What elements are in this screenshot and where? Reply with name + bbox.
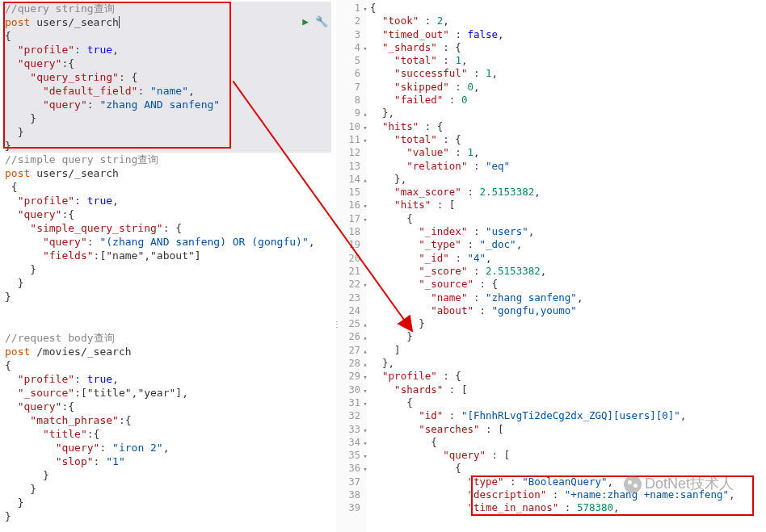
request-code[interactable]: //query string查询 post users/_search { "p… xyxy=(5,2,331,532)
wrench-icon[interactable]: 🔧 xyxy=(315,15,328,28)
request-editor-pane[interactable]: ▶ 🔧 //query string查询 post users/_search … xyxy=(0,0,336,532)
line-gutter: 1▾234▾56789▴10▾11▾121314▴1516▾17▾1819202… xyxy=(336,0,367,532)
response-code[interactable]: { "took" : 2, "timed_out" : false, "_sha… xyxy=(367,0,766,532)
response-pane: 1▾234▾56789▴10▾11▾121314▴1516▾17▾1819202… xyxy=(336,0,766,532)
pane-divider-icon[interactable]: ⋮ xyxy=(333,323,341,326)
play-icon[interactable]: ▶ xyxy=(302,15,309,28)
toolbar-icons: ▶ 🔧 xyxy=(302,15,328,28)
